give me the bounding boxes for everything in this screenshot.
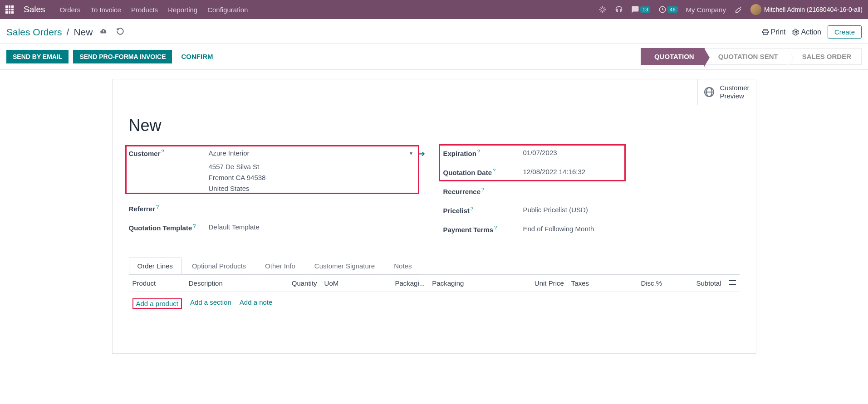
- tab-order-lines[interactable]: Order Lines: [129, 258, 181, 274]
- breadcrumb: Sales Orders / New: [6, 27, 93, 38]
- support-icon[interactable]: [615, 5, 623, 14]
- tab-other-info[interactable]: Other Info: [256, 258, 304, 274]
- pricelist-input[interactable]: Public Pricelist (USD): [523, 206, 740, 214]
- svg-rect-3: [764, 32, 767, 34]
- quotation-date-input[interactable]: 12/08/2022 14:16:32: [523, 168, 740, 175]
- messages-icon[interactable]: 13: [631, 5, 650, 14]
- cloud-save-icon[interactable]: [99, 27, 108, 37]
- user-name: Mitchell Admin (21680404-16-0-all): [764, 6, 863, 13]
- recurrence-label: Recurrence?: [443, 187, 523, 195]
- th-packaging-qty[interactable]: Packagi...: [360, 275, 428, 292]
- breadcrumb-root[interactable]: Sales Orders: [6, 27, 62, 38]
- pricelist-label: Pricelist?: [443, 206, 523, 214]
- bug-icon[interactable]: [598, 5, 607, 14]
- quotation-template-input[interactable]: Default Template: [209, 223, 425, 231]
- customer-address: 4557 De Silva St Fremont CA 94538 United…: [209, 161, 425, 194]
- user-menu[interactable]: Mitchell Admin (21680404-16-0-all): [750, 4, 863, 15]
- expiration-label: Expiration?: [443, 149, 523, 157]
- apps-icon[interactable]: [5, 5, 14, 14]
- nav-products[interactable]: Products: [131, 6, 158, 14]
- tab-customer-signature[interactable]: Customer Signature: [306, 258, 383, 274]
- th-quantity[interactable]: Quantity: [261, 275, 321, 292]
- nav-orders[interactable]: Orders: [60, 6, 81, 14]
- top-navbar: Sales Orders To Invoice Products Reporti…: [0, 0, 868, 19]
- payment-terms-label: Payment Terms?: [443, 225, 523, 234]
- th-columns-settings[interactable]: [725, 275, 740, 292]
- svg-point-4: [795, 31, 797, 33]
- th-subtotal[interactable]: Subtotal: [666, 275, 725, 292]
- discard-icon[interactable]: [116, 27, 124, 37]
- customer-label: Customer?: [129, 149, 209, 157]
- chevron-down-icon[interactable]: ▼: [409, 151, 414, 156]
- customer-preview-button[interactable]: Customer Preview: [697, 79, 755, 105]
- status-bar: QUOTATION QUOTATION SENT SALES ORDER: [641, 48, 862, 65]
- nav-configuration[interactable]: Configuration: [207, 6, 248, 14]
- breadcrumb-row: Sales Orders / New Print Action Create: [0, 19, 868, 44]
- th-packaging[interactable]: Packaging: [428, 275, 500, 292]
- print-button[interactable]: Print: [762, 28, 786, 36]
- tab-optional-products[interactable]: Optional Products: [183, 258, 255, 274]
- nav-to-invoice[interactable]: To Invoice: [90, 6, 121, 14]
- th-unit-price[interactable]: Unit Price: [500, 275, 568, 292]
- expiration-input[interactable]: 01/07/2023: [523, 149, 740, 156]
- nav-reporting[interactable]: Reporting: [168, 6, 197, 14]
- status-quotation[interactable]: QUOTATION: [641, 48, 705, 65]
- quotation-date-label: Quotation Date?: [443, 168, 523, 176]
- add-note-link[interactable]: Add a note: [240, 298, 273, 309]
- status-sales-order[interactable]: SALES ORDER: [789, 48, 862, 65]
- sliders-icon: [729, 279, 736, 286]
- tab-notes[interactable]: Notes: [385, 258, 420, 274]
- send-email-button[interactable]: SEND BY EMAIL: [6, 50, 69, 63]
- clock-badge: 46: [667, 6, 677, 13]
- payment-terms-input[interactable]: End of Following Month: [523, 225, 740, 233]
- th-uom[interactable]: UoM: [321, 275, 360, 292]
- customer-link-icon[interactable]: ➔: [418, 149, 425, 159]
- status-quotation-sent[interactable]: QUOTATION SENT: [705, 48, 789, 65]
- avatar: [750, 4, 761, 15]
- send-proforma-button[interactable]: SEND PRO-FORMA INVOICE: [73, 50, 172, 63]
- messages-badge: 13: [640, 6, 650, 13]
- th-taxes[interactable]: Taxes: [568, 275, 613, 292]
- th-disc[interactable]: Disc.%: [613, 275, 666, 292]
- form-sheet: Customer Preview New Customer? Azure Int…: [112, 79, 756, 354]
- tools-icon[interactable]: [734, 5, 742, 14]
- th-product[interactable]: Product: [129, 275, 185, 292]
- breadcrumb-current: New: [74, 27, 93, 38]
- confirm-button[interactable]: CONFIRM: [181, 53, 213, 60]
- tabs: Order Lines Optional Products Other Info…: [129, 258, 740, 274]
- th-description[interactable]: Description: [185, 275, 261, 292]
- add-product-link[interactable]: Add a product: [136, 300, 178, 307]
- create-button[interactable]: Create: [828, 25, 862, 39]
- order-lines-table: Product Description Quantity UoM Packagi…: [129, 275, 740, 342]
- brand-title[interactable]: Sales: [24, 5, 45, 15]
- globe-icon: [704, 87, 714, 97]
- company-switcher[interactable]: My Company: [686, 6, 726, 14]
- customer-input[interactable]: Azure Interior ▼: [209, 149, 414, 158]
- add-section-link[interactable]: Add a section: [190, 298, 231, 309]
- svg-point-0: [601, 8, 604, 11]
- quotation-template-label: Quotation Template?: [129, 223, 209, 232]
- action-button[interactable]: Action: [792, 28, 821, 36]
- clock-icon[interactable]: 46: [658, 5, 677, 14]
- referrer-label: Referrer?: [129, 204, 209, 213]
- page-title: New: [129, 116, 740, 135]
- highlight-add-product: Add a product: [132, 298, 182, 309]
- action-row: SEND BY EMAIL SEND PRO-FORMA INVOICE CON…: [0, 44, 868, 70]
